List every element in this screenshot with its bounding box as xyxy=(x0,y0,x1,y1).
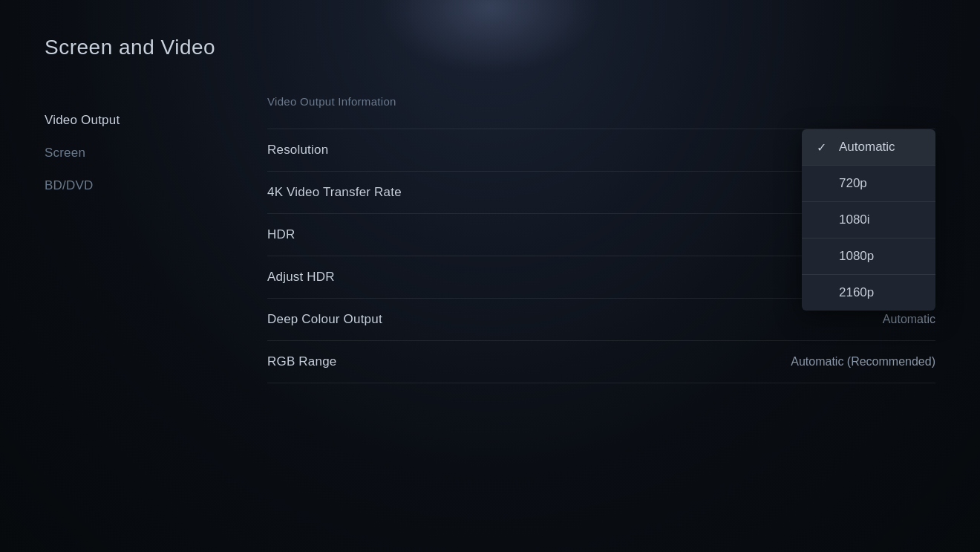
dropdown-option-2160p[interactable]: 2160p xyxy=(802,275,935,311)
dropdown-menu: ✓ Automatic 720p 1080i xyxy=(802,129,935,311)
setting-label-rgb-range: RGB Range xyxy=(267,354,336,369)
resolution-dropdown[interactable]: ✓ Automatic 720p 1080i xyxy=(802,129,935,311)
option-label-720p: 720p xyxy=(839,176,867,191)
sidebar-item-video-output[interactable]: Video Output xyxy=(45,104,252,137)
main-content: Video Output Information Resolution ✓ Au… xyxy=(252,95,935,383)
setting-value-rgb-range: Automatic (Recommended) xyxy=(791,355,935,368)
settings-list: Resolution ✓ Automatic 720p xyxy=(267,129,935,383)
option-label-1080p: 1080p xyxy=(839,249,874,264)
section-label: Video Output Information xyxy=(267,95,935,108)
page-container: Screen and Video Video Output Screen BD/… xyxy=(0,0,980,419)
setting-label-adjust-hdr: Adjust HDR xyxy=(267,270,335,285)
option-label-2160p: 2160p xyxy=(839,285,874,300)
option-label-1080i: 1080i xyxy=(839,212,870,227)
sidebar: Video Output Screen BD/DVD xyxy=(45,95,252,383)
dropdown-option-automatic[interactable]: ✓ Automatic xyxy=(802,129,935,165)
check-icon: ✓ xyxy=(817,140,830,155)
setting-label-deep-colour: Deep Colour Output xyxy=(267,312,382,327)
page-title: Screen and Video xyxy=(45,36,935,59)
sidebar-item-screen[interactable]: Screen xyxy=(45,137,252,169)
setting-label-hdr: HDR xyxy=(267,227,295,242)
setting-value-deep-colour: Automatic xyxy=(883,313,935,326)
setting-label-4k-transfer: 4K Video Transfer Rate xyxy=(267,185,402,200)
option-label-automatic: Automatic xyxy=(839,140,895,155)
dropdown-option-720p[interactable]: 720p xyxy=(802,166,935,201)
setting-label-resolution: Resolution xyxy=(267,143,328,158)
sidebar-item-bd-dvd[interactable]: BD/DVD xyxy=(45,169,252,202)
content-area: Video Output Screen BD/DVD Video Output … xyxy=(45,95,935,383)
dropdown-option-1080i[interactable]: 1080i xyxy=(802,202,935,238)
setting-row-resolution[interactable]: Resolution ✓ Automatic 720p xyxy=(267,129,935,172)
setting-row-rgb-range[interactable]: RGB Range Automatic (Recommended) xyxy=(267,341,935,383)
dropdown-option-1080p[interactable]: 1080p xyxy=(802,238,935,274)
